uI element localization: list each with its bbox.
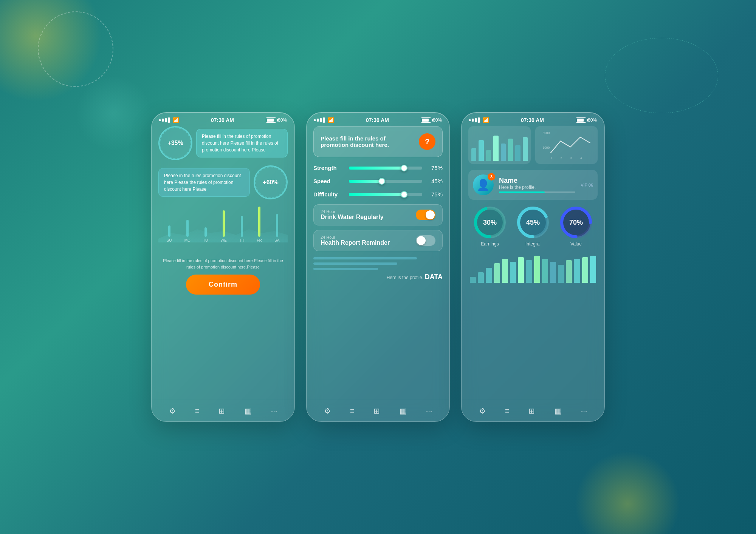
x-label-4: 4 bbox=[580, 156, 582, 160]
nav-screen-1[interactable]: ⊞ bbox=[218, 406, 225, 415]
battery-fill-1 bbox=[267, 119, 274, 122]
mini-bar-2 bbox=[486, 150, 491, 161]
battery-pct-1: 80% bbox=[278, 117, 287, 123]
bottom-bar-12 bbox=[566, 260, 572, 283]
vip-badge: VIP 06 bbox=[581, 183, 593, 187]
phone3-content: 3000 1000 1 2 3 4 👤 3 Name bbox=[462, 126, 604, 400]
integral-pct: 45% bbox=[526, 219, 540, 227]
bottom-bar-15 bbox=[590, 256, 596, 283]
nav-screen-2[interactable]: ⊞ bbox=[373, 406, 380, 415]
circle-badge-35: +35% bbox=[158, 126, 192, 160]
phone1-content: +35% Please fill in the rules of promoti… bbox=[152, 126, 294, 400]
profile-row: 👤 3 Name Here is the profile. VIP 06 bbox=[468, 170, 598, 200]
nav-menu-1[interactable]: ≡ bbox=[195, 407, 200, 415]
signal-area: 📶 bbox=[159, 117, 179, 123]
slider-row-2: Difficulty75% bbox=[313, 191, 443, 198]
battery-fill-2 bbox=[422, 119, 429, 122]
phone-2: 📶 07:30 AM 80% Please fill in the rules … bbox=[306, 112, 450, 422]
progress-lines bbox=[313, 257, 443, 270]
bottom-bars bbox=[468, 253, 598, 283]
bottom-nav-1: ⚙ ≡ ⊞ ▦ ··· bbox=[152, 400, 294, 421]
bottom-text-1: Please fill in the rules of promotion di… bbox=[158, 258, 288, 270]
battery-area-2: 80% bbox=[421, 117, 442, 123]
nav-screen-3[interactable]: ⊞ bbox=[528, 406, 535, 415]
value-circle: 70% bbox=[559, 206, 593, 239]
mini-bar-7 bbox=[523, 137, 528, 161]
slider-row-0: Strength75% bbox=[313, 165, 443, 171]
phone2-content: Please fill in the rules of promotion di… bbox=[307, 126, 449, 400]
slider-pct-2: 75% bbox=[428, 191, 443, 198]
signal-bar-2-3 bbox=[320, 118, 322, 122]
sliders-container: Strength75%Speed45%Difficulty75% bbox=[313, 165, 443, 198]
toggle-card-1: 24 HourHealth Report Reminder bbox=[313, 230, 443, 251]
slider-label-0: Strength bbox=[313, 165, 344, 171]
battery-pct-3: 80% bbox=[588, 117, 597, 123]
wifi-icon-3: 📶 bbox=[483, 117, 489, 123]
slider-fill-2 bbox=[349, 193, 404, 196]
toggle-switch-0[interactable] bbox=[416, 210, 435, 220]
profile-label: Here is the profile. bbox=[387, 275, 423, 280]
signal-bar-2-4 bbox=[323, 117, 325, 123]
nav-more-2[interactable]: ··· bbox=[426, 407, 432, 415]
y-label-mid: 1000 bbox=[543, 146, 550, 150]
tooltip-box-2: Please in the rules promotion discount h… bbox=[158, 168, 250, 197]
badge-row-1: +35% Please fill in the rules of promoti… bbox=[158, 126, 288, 160]
stats-top: 3000 1000 1 2 3 4 bbox=[468, 126, 598, 164]
nav-settings-3[interactable]: ⚙ bbox=[479, 406, 486, 415]
bottom-bar-13 bbox=[574, 259, 580, 283]
toggle-switch-1[interactable] bbox=[416, 235, 435, 246]
circle-ring-35 bbox=[160, 127, 191, 159]
stat-earnings: 30% Earnings bbox=[473, 206, 507, 247]
status-bar-3: 📶 07:30 AM 80% bbox=[462, 113, 604, 126]
slider-label-2: Difficulty bbox=[313, 191, 344, 198]
slider-track-1[interactable] bbox=[349, 180, 422, 183]
badge-row-2: Please in the rules promotion discount h… bbox=[158, 165, 288, 199]
integral-label: Integral bbox=[525, 241, 541, 247]
signal-bar-3-3 bbox=[475, 118, 477, 122]
battery-pct-2: 80% bbox=[433, 117, 442, 123]
nav-grid-2[interactable]: ▦ bbox=[400, 406, 407, 415]
earnings-circle: 30% bbox=[473, 206, 507, 239]
promo-text: Please fill in the rules of promotion di… bbox=[321, 135, 414, 148]
tooltip-text-1: Please fill in the rules of promotion di… bbox=[202, 134, 278, 153]
bottom-bar-0 bbox=[470, 277, 476, 283]
nav-grid-3[interactable]: ▦ bbox=[555, 406, 562, 415]
signal-bar-3-2 bbox=[472, 119, 474, 122]
stat-integral: 45% Integral bbox=[516, 206, 550, 247]
nav-menu-2[interactable]: ≡ bbox=[350, 407, 355, 415]
nav-more-1[interactable]: ··· bbox=[271, 407, 277, 415]
signal-bar-1 bbox=[159, 119, 161, 121]
value-pct: 70% bbox=[569, 219, 583, 227]
tooltip-box-1: Please fill in the rules of promotion di… bbox=[196, 129, 288, 157]
y-label-top: 3000 bbox=[543, 131, 550, 135]
slider-row-1: Speed45% bbox=[313, 178, 443, 184]
line-chart-svg: 3000 1000 1 2 3 4 bbox=[538, 129, 595, 161]
profile-sub: Here is the profile. bbox=[499, 185, 575, 190]
slider-track-0[interactable] bbox=[349, 167, 422, 170]
toggle-hour-0: 24 Hour bbox=[321, 209, 384, 214]
nav-grid-1[interactable]: ▦ bbox=[245, 406, 252, 415]
vip-progress-fill bbox=[499, 191, 545, 193]
data-label: Here is the profile. DATA bbox=[313, 273, 443, 281]
battery-area-3: 80% bbox=[576, 117, 597, 123]
toggle-info-0: 24 HourDrink Water Regularly bbox=[321, 209, 384, 221]
nav-settings-2[interactable]: ⚙ bbox=[324, 406, 331, 415]
value-label: Value bbox=[570, 241, 582, 247]
profile-name: Name bbox=[499, 177, 575, 185]
phones-container: 📶 07:30 AM 80% +35% Please fill in the r… bbox=[151, 112, 605, 422]
nav-settings-1[interactable]: ⚙ bbox=[169, 406, 176, 415]
bottom-bar-4 bbox=[502, 259, 508, 283]
signal-bar-3-1 bbox=[469, 119, 471, 121]
status-bar-2: 📶 07:30 AM 80% bbox=[307, 113, 449, 126]
bottom-bar-3 bbox=[494, 263, 500, 283]
question-button[interactable]: ? bbox=[419, 133, 435, 150]
notification-badge: 3 bbox=[488, 173, 495, 181]
slider-thumb-2 bbox=[401, 191, 407, 198]
signal-area-2: 📶 bbox=[314, 117, 334, 123]
tooltip-text-2: Please in the rules promotion discount h… bbox=[164, 173, 241, 192]
nav-more-3[interactable]: ··· bbox=[581, 407, 587, 415]
slider-track-2[interactable] bbox=[349, 193, 422, 196]
nav-menu-3[interactable]: ≡ bbox=[505, 407, 510, 415]
bottom-bar-14 bbox=[582, 257, 588, 283]
confirm-button[interactable]: Confirm bbox=[186, 275, 260, 295]
